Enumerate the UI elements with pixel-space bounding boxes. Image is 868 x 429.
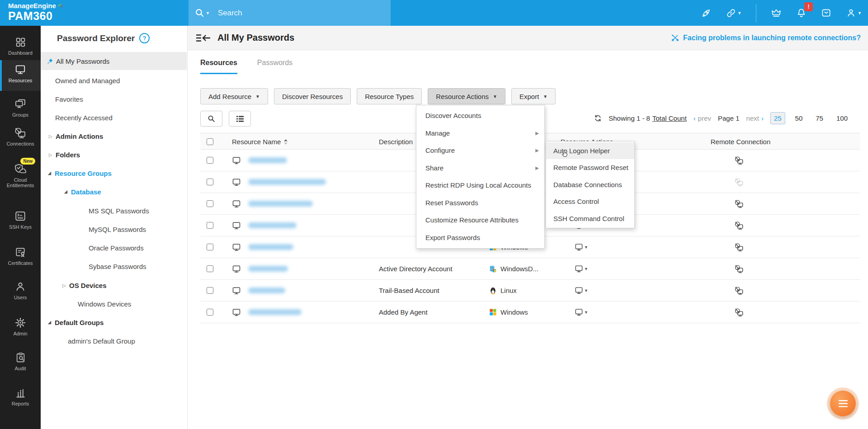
menu-item-customize-resource-attributes[interactable]: Customize Resource Attributes [416, 212, 544, 229]
search-scope-caret-icon[interactable]: ▼ [206, 11, 210, 15]
expanded-arrow-icon[interactable]: ◢ [48, 171, 55, 175]
sidebar-item-reports[interactable]: Reports [0, 384, 41, 413]
discover-resources-button[interactable]: Discover Resources [274, 88, 351, 104]
resource-types-button[interactable]: Resource Types [357, 88, 422, 104]
table-search-button[interactable] [200, 111, 222, 127]
tree-item-admins-default-group[interactable]: admin's Default Group [41, 332, 187, 350]
tree-item-os-devices[interactable]: ▷OS Devices [41, 276, 187, 294]
row-resource-actions-icon[interactable]: ▼ [575, 280, 588, 301]
column-header-remote-connection[interactable]: Remote Connection [700, 133, 781, 150]
collapse-back-icon[interactable] [196, 33, 211, 42]
submenu-item-remote-password-reset[interactable]: Remote Password Reset [546, 159, 634, 176]
column-chooser-button[interactable] [229, 111, 251, 127]
tree-item-favorites[interactable]: Favorites [41, 90, 187, 108]
resource-actions-button[interactable]: Resource Actions▼ [428, 88, 505, 104]
resource-name-redacted[interactable] [248, 193, 313, 214]
tree-item-windows-devices[interactable]: Windows Devices [41, 295, 187, 313]
column-header-description[interactable]: Description [379, 133, 413, 150]
user-account-icon[interactable]: ▼ [846, 8, 862, 18]
resource-name-redacted[interactable] [248, 302, 302, 323]
tree-item-default-groups[interactable]: ◢Default Groups [41, 313, 187, 331]
quick-connect-link-icon[interactable]: ▼ [726, 8, 741, 18]
remote-connection-icon[interactable] [735, 236, 744, 258]
menu-item-reset-passwords[interactable]: Reset Passwords [416, 194, 544, 212]
row-resource-actions-icon[interactable]: ▼ [575, 236, 588, 258]
remote-connection-icon[interactable] [735, 215, 744, 236]
brand-logo[interactable]: ManageEngine PAM360 [8, 2, 62, 22]
tree-item-oracle-passwords[interactable]: Oracle Passwords [41, 239, 187, 257]
expanded-arrow-icon[interactable]: ◢ [64, 189, 71, 194]
table-row[interactable]: Trail-Based Account Linux ▼ [200, 280, 860, 302]
search-input[interactable] [217, 8, 354, 18]
tree-item-resource-groups[interactable]: ◢Resource Groups [41, 164, 187, 182]
row-resource-actions-icon[interactable]: ▼ [575, 258, 588, 279]
sort-icon[interactable] [284, 139, 288, 145]
remote-connection-help-link[interactable]: Facing problems in launching remote conn… [671, 33, 861, 42]
row-checkbox[interactable] [207, 244, 213, 250]
row-resource-actions-icon[interactable]: ▼ [575, 302, 588, 323]
tab-resources[interactable]: Resources [200, 59, 237, 74]
tree-item-folders[interactable]: ▷Folders [41, 146, 187, 164]
expanded-arrow-icon[interactable]: ◢ [48, 320, 55, 325]
add-resource-button[interactable]: Add Resource▼ [200, 88, 268, 104]
submenu-item-ssh-command-control[interactable]: SSH Command Control [546, 210, 634, 227]
resource-name-redacted[interactable] [248, 171, 326, 193]
row-checkbox[interactable] [207, 287, 213, 294]
resource-name-redacted[interactable] [248, 258, 288, 279]
submenu-item-access-control[interactable]: Access Control [546, 193, 634, 210]
sidebar-item-dashboard[interactable]: Dashboard [0, 33, 41, 62]
collapsed-arrow-icon[interactable]: ▷ [62, 283, 69, 288]
sidebar-item-audit[interactable]: Audit [0, 349, 41, 377]
tree-item-ms-sql-passwords[interactable]: MS SQL Passwords [41, 202, 187, 220]
prev-page-button[interactable]: ‹prev [693, 114, 711, 122]
search-icon[interactable]: ▼ [195, 8, 210, 18]
table-row[interactable]: Active Directory Account WindowsD... ▼ [200, 258, 860, 280]
menu-item-share[interactable]: Share▶ [416, 160, 544, 177]
license-crown-icon[interactable] [771, 8, 782, 19]
page-size-50[interactable]: 50 [792, 113, 806, 124]
global-search[interactable]: ▼ [189, 0, 391, 26]
whats-new-rocket-icon[interactable] [701, 8, 712, 19]
tree-item-mysql-passwords[interactable]: MySQL Passwords [41, 220, 187, 238]
sidebar-item-ssh-keys[interactable]: SSH SSH Keys [0, 207, 41, 238]
help-icon[interactable]: ? [139, 33, 150, 43]
tree-item-admin-actions[interactable]: ▷Admin Actions [41, 127, 187, 145]
tab-passwords[interactable]: Passwords [257, 59, 292, 74]
remote-connection-icon[interactable] [735, 280, 744, 301]
resource-name-redacted[interactable] [248, 215, 297, 236]
select-all-checkbox[interactable] [207, 138, 213, 145]
notifications-bell-icon[interactable]: ! [796, 8, 807, 18]
export-button[interactable]: Export▼ [511, 88, 556, 104]
submenu-item-database-connections[interactable]: Database Connections [546, 176, 634, 193]
resource-name-redacted[interactable] [248, 280, 285, 301]
row-checkbox[interactable] [207, 157, 213, 164]
collapsed-arrow-icon[interactable]: ▷ [49, 134, 56, 139]
remote-connection-icon[interactable] [735, 150, 744, 171]
sidebar-item-admin[interactable]: Admin [0, 313, 41, 342]
messages-mail-icon[interactable] [821, 8, 831, 18]
column-header-resource-name[interactable]: Resource Name [232, 133, 288, 150]
page-size-25[interactable]: 25 [770, 112, 785, 124]
tree-item-all-my-passwords[interactable]: All My Passwords [41, 52, 187, 70]
row-checkbox[interactable] [207, 179, 213, 185]
tree-item-database[interactable]: ◢Database [41, 183, 187, 201]
menu-item-export-passwords[interactable]: Export Passwords [416, 229, 544, 247]
row-checkbox[interactable] [207, 265, 213, 272]
sidebar-item-groups[interactable]: Groups [0, 94, 41, 123]
next-page-button[interactable]: next› [746, 114, 764, 122]
remote-connection-icon[interactable] [735, 258, 744, 279]
resource-name-redacted[interactable] [248, 236, 293, 258]
tree-item-owned-and-managed[interactable]: Owned and Managed [41, 71, 187, 90]
tree-item-sybase-passwords[interactable]: Sybase Passwords [41, 257, 187, 275]
table-row[interactable]: Added By Agent Windows ▼ [200, 302, 860, 323]
sidebar-item-cloud-entitlements[interactable]: New Cloud Entitlements [0, 160, 41, 198]
sidebar-item-connections[interactable]: Connections [0, 123, 41, 156]
sidebar-item-users[interactable]: Users [0, 277, 41, 306]
submenu-item-auto-logon-helper[interactable]: Auto Logon Helper [546, 142, 634, 159]
page-size-100[interactable]: 100 [833, 113, 851, 124]
sidebar-item-resources[interactable]: Resources [0, 60, 41, 91]
resource-name-redacted[interactable] [248, 150, 287, 171]
menu-item-manage[interactable]: Manage▶ [416, 125, 544, 142]
total-count-link[interactable]: Total Count [652, 114, 687, 122]
row-checkbox[interactable] [207, 222, 213, 229]
